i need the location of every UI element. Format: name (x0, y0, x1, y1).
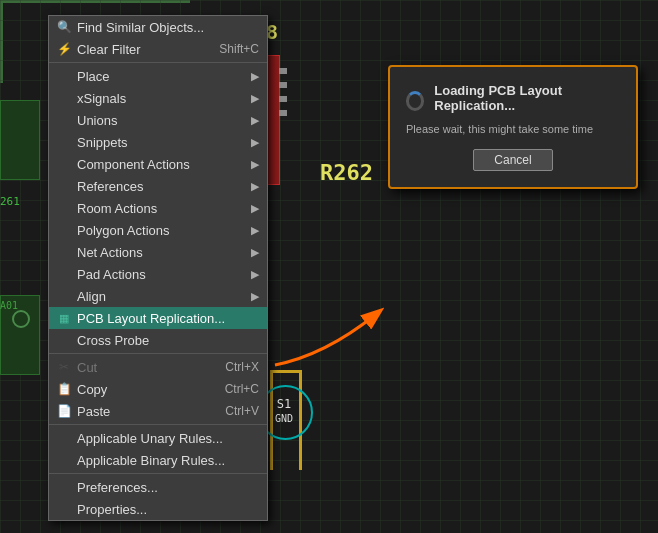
search-icon: 🔍 (55, 20, 73, 34)
menu-item-find-similar[interactable]: 🔍Find Similar Objects... (49, 16, 267, 38)
paste-icon: 📄 (55, 404, 73, 418)
submenu-arrow-component-actions: ▶ (251, 158, 259, 171)
menu-item-label-net-actions: Net Actions (77, 245, 143, 260)
loading-title: Loading PCB Layout Replication... (434, 83, 620, 113)
menu-item-label-preferences: Preferences... (77, 480, 158, 495)
menu-item-references[interactable]: References▶ (49, 175, 267, 197)
menu-item-snippets[interactable]: Snippets▶ (49, 131, 267, 153)
menu-separator (49, 62, 267, 63)
pcb-label-r262: R262 (320, 160, 373, 185)
menu-item-label-applicable-binary: Applicable Binary Rules... (77, 453, 225, 468)
submenu-arrow-snippets: ▶ (251, 136, 259, 149)
loading-dialog: Loading PCB Layout Replication... Please… (388, 65, 638, 189)
menu-item-clear-filter[interactable]: ⚡Clear FilterShift+C (49, 38, 267, 60)
menu-item-xsignals[interactable]: xSignals▶ (49, 87, 267, 109)
menu-shortcut-copy: Ctrl+C (225, 382, 259, 396)
submenu-arrow-xsignals: ▶ (251, 92, 259, 105)
copy-icon: 📋 (55, 382, 73, 396)
menu-item-applicable-binary[interactable]: Applicable Binary Rules... (49, 449, 267, 471)
menu-item-cross-probe[interactable]: Cross Probe (49, 329, 267, 351)
menu-shortcut-cut: Ctrl+X (225, 360, 259, 374)
menu-item-label-polygon-actions: Polygon Actions (77, 223, 170, 238)
menu-item-label-component-actions: Component Actions (77, 157, 190, 172)
menu-item-label-pcb-layout-replication: PCB Layout Replication... (77, 311, 225, 326)
menu-item-label-pad-actions: Pad Actions (77, 267, 146, 282)
menu-item-label-copy: Copy (77, 382, 107, 397)
menu-item-polygon-actions[interactable]: Polygon Actions▶ (49, 219, 267, 241)
pcb-pad (279, 96, 287, 102)
menu-item-label-xsignals: xSignals (77, 91, 126, 106)
menu-item-label-find-similar: Find Similar Objects... (77, 20, 204, 35)
pcb-label-s1: S1GND (275, 397, 293, 425)
submenu-arrow-references: ▶ (251, 180, 259, 193)
menu-separator (49, 473, 267, 474)
menu-item-component-actions[interactable]: Component Actions▶ (49, 153, 267, 175)
menu-item-label-snippets: Snippets (77, 135, 128, 150)
pcb-num: A01 (0, 300, 18, 311)
menu-item-label-room-actions: Room Actions (77, 201, 157, 216)
pcb-trace (270, 370, 300, 373)
menu-shortcut-clear-filter: Shift+C (219, 42, 259, 56)
menu-item-label-references: References (77, 179, 143, 194)
submenu-arrow-align: ▶ (251, 290, 259, 303)
menu-item-align[interactable]: Align▶ (49, 285, 267, 307)
menu-item-label-clear-filter: Clear Filter (77, 42, 141, 57)
menu-item-properties[interactable]: Properties... (49, 498, 267, 520)
menu-item-label-applicable-unary: Applicable Unary Rules... (77, 431, 223, 446)
pcb-trace (0, 3, 3, 83)
loading-header-row: Loading PCB Layout Replication... (406, 83, 620, 119)
pcb-pad (279, 68, 287, 74)
menu-item-pcb-layout-replication[interactable]: ▦PCB Layout Replication... (49, 307, 267, 329)
menu-item-label-unions: Unions (77, 113, 117, 128)
menu-item-cut[interactable]: ✂CutCtrl+X (49, 356, 267, 378)
submenu-arrow-unions: ▶ (251, 114, 259, 127)
menu-separator (49, 424, 267, 425)
submenu-arrow-polygon-actions: ▶ (251, 224, 259, 237)
pcb-trace (0, 0, 190, 3)
cancel-button[interactable]: Cancel (473, 149, 552, 171)
menu-item-label-properties: Properties... (77, 502, 147, 517)
loading-subtitle: Please wait, this might take some time (406, 123, 620, 135)
menu-item-label-paste: Paste (77, 404, 110, 419)
cut-icon: ✂ (55, 360, 73, 374)
pcb-pad (279, 82, 287, 88)
menu-item-copy[interactable]: 📋CopyCtrl+C (49, 378, 267, 400)
menu-item-applicable-unary[interactable]: Applicable Unary Rules... (49, 427, 267, 449)
loading-spinner (406, 91, 424, 111)
menu-item-label-cross-probe: Cross Probe (77, 333, 149, 348)
menu-item-net-actions[interactable]: Net Actions▶ (49, 241, 267, 263)
menu-item-label-cut: Cut (77, 360, 97, 375)
menu-item-unions[interactable]: Unions▶ (49, 109, 267, 131)
pcb-pad (279, 110, 287, 116)
pcb-icon: ▦ (55, 312, 73, 325)
pcb-num: 261 (0, 195, 20, 208)
submenu-arrow-room-actions: ▶ (251, 202, 259, 215)
menu-item-preferences[interactable]: Preferences... (49, 476, 267, 498)
submenu-arrow-pad-actions: ▶ (251, 268, 259, 281)
menu-item-pad-actions[interactable]: Pad Actions▶ (49, 263, 267, 285)
pcb-component (0, 100, 40, 180)
menu-item-paste[interactable]: 📄PasteCtrl+V (49, 400, 267, 422)
submenu-arrow-place: ▶ (251, 70, 259, 83)
menu-separator (49, 353, 267, 354)
menu-item-label-place: Place (77, 69, 110, 84)
menu-item-room-actions[interactable]: Room Actions▶ (49, 197, 267, 219)
menu-shortcut-paste: Ctrl+V (225, 404, 259, 418)
menu-item-place[interactable]: Place▶ (49, 65, 267, 87)
filter-icon: ⚡ (55, 42, 73, 56)
pcb-component-circle (12, 310, 30, 328)
menu-item-label-align: Align (77, 289, 106, 304)
context-menu: 🔍Find Similar Objects...⚡Clear FilterShi… (48, 15, 268, 521)
submenu-arrow-net-actions: ▶ (251, 246, 259, 259)
